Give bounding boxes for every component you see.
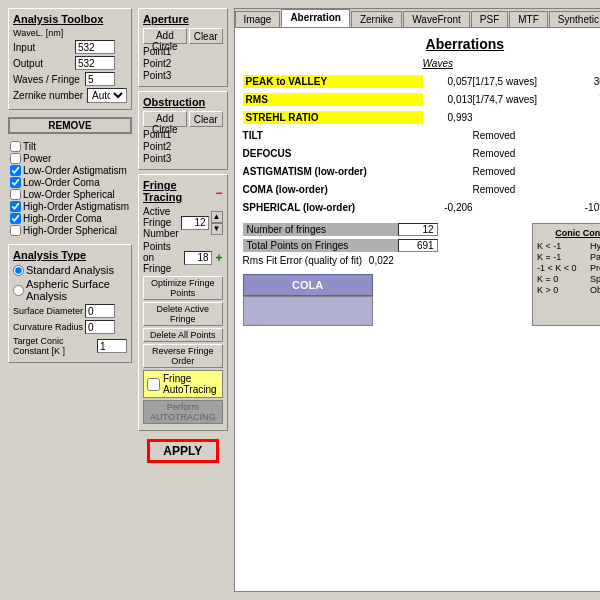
target-conic-field[interactable] [97,339,127,353]
output-label: Output [13,58,73,69]
lo-spherical-label: Low-Order Spherical [23,189,115,200]
ho-astigmatism-label: High-Order Astigmatism [23,201,129,212]
points-fringe-row: Points on Fringe + [143,241,223,274]
middle-panel: Aperture Add Circle Clear Point1 Point2 … [138,8,228,592]
input-field[interactable] [75,40,115,54]
conic-row-4: K = 0 Sphere [537,274,600,284]
active-fringe-field[interactable] [181,216,209,230]
tilt-label: Tilt [23,141,36,152]
wavelength-col-header: WaveL. [nm] [13,28,73,38]
aber-bracket-col [503,58,600,69]
surface-diameter-field[interactable] [85,304,115,318]
tab-synthetic[interactable]: Synthetic [549,11,600,27]
conic-k2-val: Parabola [590,252,600,262]
active-fringe-label: Active Fringe Number [143,206,179,239]
rms-fit-row: Rms Fit Error (quality of fit) 0,022 [243,255,522,266]
conic-box: Conic Constant (K) range K < -1 Hyperbol… [532,223,600,326]
aspheric-radio[interactable] [13,285,24,296]
curvature-label: Curvature Radius [13,322,83,332]
zernike-select[interactable]: Auto [87,88,127,103]
aber-strehl-val: 0,993 [423,112,473,123]
points-fringe-label: Points on Fringe [143,241,182,274]
checkbox-lo-spherical: Low-Order Spherical [10,189,130,200]
obstruction-buttons: Add Circle Clear [143,111,223,127]
aber-tilt-name: TILT [243,130,423,141]
optimize-fringe-button[interactable]: Optimize Fringe Points [143,276,223,300]
radio-standard: Standard Analysis [13,264,127,276]
waves-fringe-field[interactable] [85,72,115,86]
checkboxes-area: Tilt Power Low-Order Astigmatism Low-Ord… [8,141,132,237]
points-plus-icon[interactable]: + [216,251,223,265]
obstruction-add-circle-button[interactable]: Add Circle [143,111,187,127]
conic-k3-key: -1 < K < 0 [537,263,587,273]
checkbox-ho-coma: High-Order Coma [10,213,130,224]
surface-diameter-label: Surface Diameter [13,306,83,316]
conic-k4-val: Sphere [590,274,600,284]
ho-spherical-checkbox[interactable] [10,225,21,236]
obstruction-clear-button[interactable]: Clear [189,111,223,127]
autotracing-row: Fringe AutoTracing [143,370,223,398]
target-conic-label: Target Conic Constant [K ] [13,336,95,356]
aperture-point1: Point1 [143,46,223,57]
content-area: Analysis Toolbox WaveL. [nm] Input Outpu… [8,8,592,592]
aber-row-spherical: SPHERICAL (low-order) -0,206 -109,3 nm. [243,199,600,215]
aber-rms-nm: 7,1 nm. [553,94,600,105]
input-row: Input [13,40,127,54]
stats-area: Number of fringes 12 Total Points on Fri… [243,223,600,326]
analysis-toolbox-title: Analysis Toolbox [13,13,127,25]
ho-coma-label: High-Order Coma [23,213,102,224]
points-fringe-field[interactable] [184,251,212,265]
conic-k3-val: Prolate Ellipsoid [590,263,600,273]
main-window: Analysis Toolbox WaveL. [nm] Input Outpu… [0,0,600,600]
power-checkbox[interactable] [10,153,21,164]
right-panel: Image Aberration Zernike WaveFront PSF M… [234,8,600,592]
cola-display [243,296,373,326]
remove-button[interactable]: REMOVE [8,117,132,134]
standard-radio[interactable] [13,265,24,276]
autotracing-checkbox[interactable] [147,378,160,391]
aspheric-label: Aspheric Surface Analysis [26,278,127,302]
fringe-minus-icon[interactable]: − [216,186,223,200]
tab-zernike[interactable]: Zernike [351,11,402,27]
apply-button[interactable]: APPLY [147,439,219,463]
aber-row-strehl: STREHL RATIO 0,993 [243,109,600,125]
tab-wavefront[interactable]: WaveFront [403,11,470,27]
delete-all-points-button[interactable]: Delete All Points [143,328,223,342]
aperture-clear-button[interactable]: Clear [189,28,223,44]
ho-coma-checkbox[interactable] [10,213,21,224]
tab-aberration[interactable]: Aberration [281,9,350,27]
total-points-label: Total Points on Fringes [243,239,398,252]
aber-row-tilt: TILT Removed [243,127,600,143]
aber-coma-removed: Removed [473,184,516,195]
tilt-checkbox[interactable] [10,141,21,152]
cola-label: COLA [243,274,373,296]
waves-fringe-row: Waves / Fringe [13,72,127,86]
active-fringe-up[interactable]: ▲ [211,211,223,223]
tab-image[interactable]: Image [235,11,281,27]
lo-astigmatism-checkbox[interactable] [10,165,21,176]
ho-astigmatism-checkbox[interactable] [10,201,21,212]
output-field[interactable] [75,56,115,70]
cola-area: COLA [243,274,522,326]
aperture-add-circle-button[interactable]: Add Circle [143,28,187,44]
aberrations-header: Waves NanoMeters [243,58,600,69]
lo-coma-checkbox[interactable] [10,177,21,188]
obstruction-point3: Point3 [143,153,223,164]
checkbox-lo-coma: Low-Order Coma [10,177,130,188]
lo-spherical-checkbox[interactable] [10,189,21,200]
aperture-box: Aperture Add Circle Clear Point1 Point2 … [138,8,228,87]
tab-psf[interactable]: PSF [471,11,508,27]
surface-diameter-row: Surface Diameter [13,304,127,318]
conic-k4-key: K = 0 [537,274,587,284]
rms-fit-label: Rms Fit Error (quality of fit) [243,255,362,266]
reverse-fringe-button[interactable]: Reverse Fringe Order [143,344,223,368]
aber-ptv-bracket: [1/17,5 waves] [473,76,553,87]
conic-k1-val: Hyperbola [590,241,600,251]
aber-rms-bracket: [1/74,7 waves] [473,94,553,105]
curvature-field[interactable] [85,320,115,334]
perform-autotracing-button[interactable]: Perform AUTOTRACING [143,400,223,424]
active-fringe-down[interactable]: ▼ [211,223,223,235]
tab-mtf[interactable]: MTF [509,11,548,27]
delete-active-fringe-button[interactable]: Delete Active Fringe [143,302,223,326]
num-fringes-label: Number of fringes [243,223,398,236]
